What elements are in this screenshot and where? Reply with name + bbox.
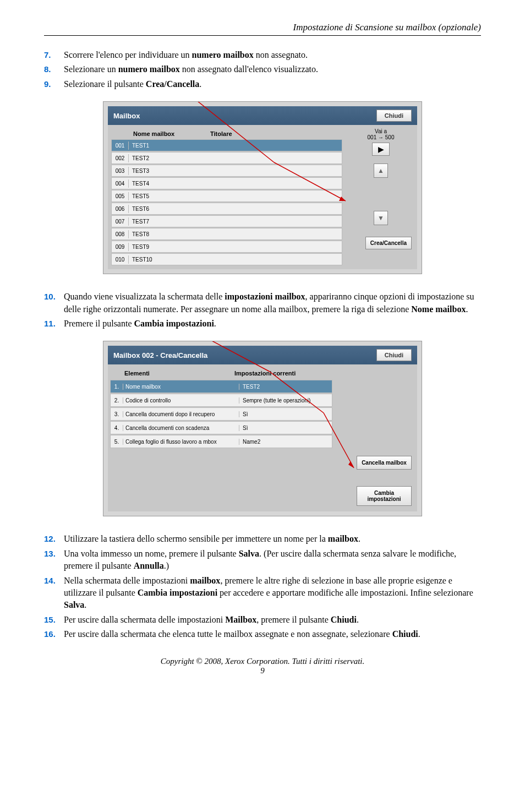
row-name: TEST3 [129, 168, 149, 174]
row-index: 004 [112, 179, 129, 188]
step-text: Per uscire dalla schermata delle imposta… [64, 614, 481, 626]
settings-row[interactable]: 2.Codice di controlloSempre (tutte le op… [110, 394, 332, 407]
row-name: TEST5 [129, 193, 149, 199]
panel2-title: Mailbox 002 - Crea/Cancella [113, 351, 207, 359]
panel2-title-bar: Mailbox 002 - Crea/Cancella Chiudi [108, 346, 417, 364]
row-name: TEST2 [129, 155, 149, 161]
step-number: 15. [44, 614, 64, 626]
settings-row-index: 2. [111, 397, 123, 404]
step-number: 11. [44, 318, 64, 330]
mailbox-row[interactable]: 006TEST6 [111, 203, 342, 215]
step-item: 8.Selezionare un numero mailbox non asse… [44, 63, 481, 75]
row-name: TEST7 [129, 219, 149, 225]
mailbox-row[interactable]: 002TEST2 [111, 152, 342, 164]
step-item: 13.Una volta immesso un nome, premere il… [44, 548, 481, 573]
step-number: 13. [44, 548, 64, 573]
settings-row-name: Codice di controllo [123, 397, 239, 404]
settings-row-index: 5. [111, 439, 123, 445]
goto-label: Vai a [368, 128, 395, 134]
row-name: TEST4 [129, 181, 149, 187]
mailbox-row[interactable]: 010TEST10 [111, 253, 342, 265]
create-delete-button[interactable]: Crea/Cancella [365, 237, 412, 249]
step-text: Quando viene visualizzata la schermata d… [64, 291, 481, 315]
mailbox-side: Vai a 001 → 500 ▶ ▲ ▼ Crea/Cancella [342, 128, 414, 266]
mailbox-row[interactable]: 009TEST9 [111, 241, 342, 253]
step-number: 9. [44, 78, 64, 90]
step-number: 16. [44, 628, 64, 640]
col-header-name: Nome mailbox [133, 130, 210, 137]
row-name: TEST10 [129, 257, 152, 263]
mailbox-row[interactable]: 001TEST1 [111, 139, 342, 151]
page-number: 9 [44, 666, 481, 675]
settings-row-value: TEST2 [239, 384, 260, 390]
settings-row[interactable]: 3.Cancella documenti dopo il recuperoSì [110, 407, 332, 421]
scroll-up-button[interactable]: ▲ [374, 164, 388, 178]
step-text: Scorrere l'elenco per individuare un num… [64, 49, 481, 61]
step-item: 10.Quando viene visualizzata la schermat… [44, 291, 481, 315]
steps-list-a: 7.Scorrere l'elenco per individuare un n… [44, 49, 481, 90]
mailbox-row[interactable]: 005TEST5 [111, 190, 342, 202]
settings-row-name: Cancella documenti dopo il recupero [123, 411, 239, 417]
settings-row-value: Sì [239, 411, 248, 417]
col-elements: Elementi [124, 370, 234, 377]
step-number: 14. [44, 575, 64, 612]
step-number: 12. [44, 533, 64, 545]
row-name: TEST9 [129, 244, 149, 250]
goto-range: 001 → 500 [368, 134, 395, 140]
row-index: 002 [112, 154, 129, 162]
step-item: 15.Per uscire dalla schermata delle impo… [44, 614, 481, 626]
settings-row-index: 3. [111, 411, 123, 417]
step-text: Per uscire dalla schermata che elenca tu… [64, 628, 481, 640]
goto-button[interactable]: ▶ [372, 143, 390, 156]
step-text: Nella schermata delle impostazioni mailb… [64, 575, 481, 612]
steps-list-c: 12.Utilizzare la tastiera dello schermo … [44, 533, 481, 640]
step-item: 7.Scorrere l'elenco per individuare un n… [44, 49, 481, 61]
settings-row-name: Collega foglio di flusso lavoro a mbox [123, 439, 239, 445]
settings-row-index: 1. [111, 384, 123, 390]
row-index: 009 [112, 243, 129, 251]
mailbox-row[interactable]: 003TEST3 [111, 165, 342, 177]
step-text: Premere il pulsante Cambia impostazioni. [64, 318, 481, 330]
settings-row[interactable]: 1.Nome mailboxTEST2 [110, 380, 332, 393]
settings-row-name: Cancella documenti con scadenza [123, 425, 239, 431]
settings-list: Elementi Impostazioni correnti 1.Nome ma… [108, 364, 335, 511]
delete-mailbox-button[interactable]: Cancella mailbox [357, 456, 412, 470]
settings-row-value: Sì [239, 425, 248, 431]
steps-list-b: 10.Quando viene visualizzata la schermat… [44, 291, 481, 330]
row-name: TEST8 [129, 231, 149, 237]
row-index: 007 [112, 217, 129, 226]
close-button-2[interactable]: Chiudi [376, 349, 412, 361]
step-number: 8. [44, 63, 64, 75]
step-text: Utilizzare la tastiera dello schermo sen… [64, 533, 481, 545]
mailbox-list: Nome mailbox Titolare 001TEST1002TEST200… [111, 128, 342, 266]
close-button[interactable]: Chiudi [376, 110, 412, 122]
panel-title-bar: Mailbox Chiudi [108, 106, 417, 125]
step-item: 12.Utilizzare la tastiera dello schermo … [44, 533, 481, 545]
copyright: Copyright © 2008, Xerox Corporation. Tut… [44, 657, 481, 666]
mailbox-panel: Mailbox Chiudi Nome mailbox Titolare 001… [103, 101, 422, 274]
step-number: 7. [44, 49, 64, 61]
row-index: 010 [112, 255, 129, 264]
settings-row[interactable]: 4.Cancella documenti con scadenzaSì [110, 421, 332, 434]
screenshot-1-container: Mailbox Chiudi Nome mailbox Titolare 001… [44, 101, 481, 274]
step-item: 14.Nella schermata delle impostazioni ma… [44, 575, 481, 612]
step-number: 10. [44, 291, 64, 315]
step-text: Una volta immesso un nome, premere il pu… [64, 548, 481, 573]
panel-title: Mailbox [113, 112, 140, 120]
step-text: Selezionare il pulsante Crea/Cancella. [64, 78, 481, 90]
settings-row-index: 4. [111, 425, 123, 431]
mailbox-row[interactable]: 007TEST7 [111, 215, 342, 227]
mailbox-row[interactable]: 004TEST4 [111, 177, 342, 189]
settings-panel: Mailbox 002 - Crea/Cancella Chiudi Eleme… [103, 341, 422, 516]
row-name: TEST1 [129, 143, 149, 149]
settings-row[interactable]: 5.Collega foglio di flusso lavoro a mbox… [110, 435, 332, 448]
change-settings-button[interactable]: Cambia impostazioni [357, 486, 412, 506]
mailbox-row[interactable]: 008TEST8 [111, 228, 342, 240]
row-index: 003 [112, 167, 129, 175]
step-text: Selezionare un numero mailbox non assegn… [64, 63, 481, 75]
col-header-owner: Titolare [210, 130, 232, 137]
page-header: Impostazione di Scansione su mailbox (op… [44, 22, 481, 36]
screenshot-2-container: Mailbox 002 - Crea/Cancella Chiudi Eleme… [44, 341, 481, 516]
settings-row-value: Name2 [239, 439, 260, 445]
scroll-down-button[interactable]: ▼ [374, 211, 388, 225]
